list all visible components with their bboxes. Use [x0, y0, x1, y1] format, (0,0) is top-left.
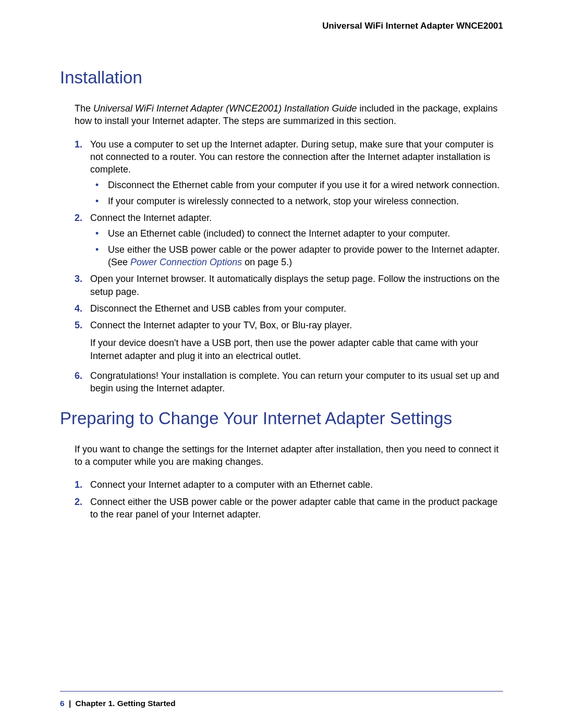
footer-rule [60, 691, 503, 692]
step-text: Connect the Internet adapter. [90, 213, 212, 223]
running-header: Universal WiFi Internet Adapter WNCE2001 [60, 21, 503, 31]
step-number: 1. [75, 138, 82, 151]
step-2-sub: Use an Ethernet cable (included) to conn… [90, 227, 503, 268]
chapter-label: Chapter 1. Getting Started [76, 699, 176, 708]
step-1: 1. Connect your Internet adapter to a co… [75, 478, 503, 491]
step-text: Disconnect the Ethernet and USB cables f… [90, 303, 346, 314]
preparing-body: If you want to change the settings for t… [75, 443, 503, 521]
step-6: 6. Congratulations! Your installation is… [75, 369, 503, 395]
installation-intro: The Universal WiFi Internet Adapter (WNC… [75, 102, 503, 128]
installation-body: The Universal WiFi Internet Adapter (WNC… [75, 102, 503, 395]
step-5-note: If your device doesn't have a USB port, … [90, 337, 503, 362]
step-text: Congratulations! Your installation is co… [90, 371, 499, 393]
step-text: You use a computer to set up the Interne… [90, 139, 494, 175]
heading-installation: Installation [60, 68, 503, 88]
step-2: 2. Connect the Internet adapter. Use an … [75, 212, 503, 268]
step-number: 1. [75, 478, 82, 491]
cross-ref-link[interactable]: Power Connection Options [130, 257, 242, 267]
sub-text-post: on page 5.) [242, 257, 292, 267]
step-text: Connect the Internet adapter to your TV,… [90, 320, 352, 330]
step-1: 1. You use a computer to set up the Inte… [75, 138, 503, 207]
step-3: 3. Open your Internet browser. It automa… [75, 273, 503, 298]
step-number: 2. [75, 212, 82, 224]
step-text: Connect your Internet adapter to a compu… [90, 479, 373, 490]
preparing-intro: If you want to change the settings for t… [75, 443, 503, 468]
step-text: Connect either the USB power cable or th… [90, 497, 497, 520]
step-1-sub: Disconnect the Ethernet cable from your … [90, 179, 503, 207]
intro-pre: The [75, 103, 93, 114]
sub-bullet: Use an Ethernet cable (included) to conn… [90, 227, 503, 240]
installation-steps: 1. You use a computer to set up the Inte… [75, 138, 503, 395]
step-text: Open your Internet browser. It automatic… [90, 274, 499, 297]
step-2: 2. Connect either the USB power cable or… [75, 496, 503, 521]
step-number: 2. [75, 496, 82, 508]
step-number: 4. [75, 302, 82, 315]
page-footer: 6 | Chapter 1. Getting Started [60, 699, 176, 708]
sub-bullet: Disconnect the Ethernet cable from your … [90, 179, 503, 191]
page: Universal WiFi Internet Adapter WNCE2001… [0, 0, 563, 728]
preparing-steps: 1. Connect your Internet adapter to a co… [75, 478, 503, 521]
page-number: 6 [60, 699, 65, 708]
intro-italic: Universal WiFi Internet Adapter (WNCE200… [93, 103, 357, 114]
step-4: 4. Disconnect the Ethernet and USB cable… [75, 302, 503, 315]
step-number: 5. [75, 319, 82, 331]
sub-bullet: Use either the USB power cable or the po… [90, 243, 503, 269]
step-5: 5. Connect the Internet adapter to your … [75, 319, 503, 362]
sub-bullet: If your computer is wirelessly connected… [90, 195, 503, 207]
step-number: 3. [75, 273, 82, 285]
step-number: 6. [75, 369, 82, 382]
heading-preparing: Preparing to Change Your Internet Adapte… [60, 409, 503, 428]
footer-separator: | [69, 699, 71, 708]
